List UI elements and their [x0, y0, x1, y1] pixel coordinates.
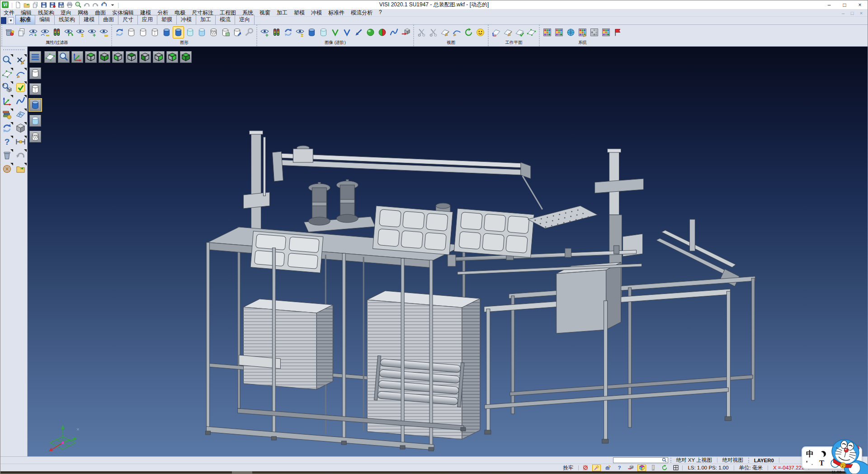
workplane-apply-button[interactable]: [514, 26, 525, 38]
ime-language-mode-button[interactable]: 中: [806, 449, 814, 459]
dock-drag-handle[interactable]: [3, 49, 24, 52]
ribbon-tab-1[interactable]: 编辑: [35, 15, 55, 24]
mdi-close-button[interactable]: ×: [857, 10, 866, 16]
dynamic-section-button[interactable]: [231, 26, 243, 38]
undo-gray-button[interactable]: [14, 149, 27, 161]
view-iso-button[interactable]: [166, 51, 178, 63]
menu-item-16[interactable]: 冲模: [308, 9, 325, 17]
hatch-mode-button[interactable]: [208, 26, 219, 38]
show-all-button[interactable]: +: [86, 26, 98, 38]
zoom-solids-button[interactable]: ±: [1, 81, 13, 94]
attribute-library-button[interactable]: [1, 109, 13, 121]
ribbon-tab-10[interactable]: 模流: [215, 15, 235, 24]
system-colors-button[interactable]: [553, 26, 565, 38]
menu-item-15[interactable]: 塑模: [291, 9, 308, 17]
help-button[interactable]: ?: [1, 136, 13, 148]
adv-shade-button[interactable]: [306, 26, 317, 38]
regenerate-button[interactable]: [1, 122, 13, 134]
menu-item-17[interactable]: 标准件: [325, 9, 348, 17]
ribbon-tab-3[interactable]: 建模: [79, 15, 99, 24]
restore-button[interactable]: □: [837, 0, 852, 9]
render-wireframe-button[interactable]: [29, 67, 41, 79]
adv-curvature-blue-button[interactable]: [341, 26, 353, 38]
render-shaded-button[interactable]: [29, 99, 41, 111]
view-back-button[interactable]: [126, 51, 137, 63]
selection-filters-button[interactable]: [51, 26, 62, 38]
status-grid-button[interactable]: [671, 465, 680, 471]
graphic-tools-button[interactable]: [243, 26, 255, 38]
system-palette-button[interactable]: [542, 26, 553, 38]
status-highlight-button[interactable]: [592, 465, 601, 471]
workplane-select-button[interactable]: [526, 26, 537, 38]
ribbon-tab-11[interactable]: 逆向: [235, 15, 255, 24]
open-file-button[interactable]: [22, 1, 31, 9]
view-bottom-button[interactable]: [99, 51, 110, 63]
adv-refresh-button[interactable]: [283, 26, 294, 38]
axonometric-button[interactable]: [71, 51, 83, 63]
tab-overflow-dropdown[interactable]: ▼: [8, 17, 14, 24]
menu-item-19[interactable]: ?: [376, 9, 385, 17]
ribbon-tab-7[interactable]: 塑膜: [157, 15, 177, 24]
clip-view-button[interactable]: [416, 26, 427, 38]
shaded-edges-mode-button[interactable]: [173, 26, 184, 38]
new-file-button[interactable]: [14, 1, 22, 9]
preview-button[interactable]: [74, 1, 82, 9]
section-view-button[interactable]: [428, 26, 439, 38]
close-button[interactable]: ×: [852, 0, 868, 9]
adv-curve-analysis-button[interactable]: [388, 26, 400, 38]
undo-button[interactable]: [82, 1, 91, 9]
adv-curvature-green-button[interactable]: [330, 26, 341, 38]
menu-item-14[interactable]: 加工: [274, 9, 291, 17]
window-layout-button[interactable]: [14, 109, 27, 121]
active-layer-label[interactable]: LAYER0: [751, 458, 777, 463]
view-shaded-iso-button[interactable]: [180, 51, 192, 63]
ime-period-button[interactable]: 。: [811, 460, 816, 466]
ribbon-tab-4[interactable]: 曲面: [99, 15, 118, 24]
save-as-button[interactable]: [48, 1, 57, 9]
status-rotate-button[interactable]: [660, 465, 669, 471]
adv-draft-pen-button[interactable]: [353, 26, 364, 38]
wcs-axes-button[interactable]: [1, 95, 13, 107]
transparent-mode-button[interactable]: [184, 26, 196, 38]
erase-entity-button[interactable]: [14, 54, 27, 66]
validate-button[interactable]: [14, 81, 27, 94]
view-mode-label[interactable]: 绝对视图: [720, 457, 746, 464]
mdi-minimize-button[interactable]: –: [839, 10, 848, 16]
toggle-visibility-button[interactable]: ±: [75, 26, 86, 38]
show-entities-button[interactable]: +: [28, 26, 39, 38]
plane-select-button[interactable]: [1, 68, 13, 80]
ribbon-tab-0[interactable]: 标准: [15, 15, 35, 24]
sketch-view-button[interactable]: [451, 26, 462, 38]
search-icon[interactable]: [662, 458, 667, 463]
status-layers-button[interactable]: [649, 465, 657, 471]
hidden-line-mode-button[interactable]: [149, 26, 160, 38]
curve-edit-button[interactable]: [14, 95, 27, 107]
hide-entities-button[interactable]: [39, 26, 51, 38]
navigation-wheel-button[interactable]: [1, 163, 13, 175]
system-flag-button[interactable]: [612, 26, 623, 38]
adv-show-button[interactable]: +: [259, 26, 270, 38]
adv-filters-button[interactable]: [271, 26, 282, 38]
render-hatch-button[interactable]: [29, 131, 41, 142]
mdi-child-icon[interactable]: [1, 17, 6, 24]
workplane-edit-button[interactable]: [502, 26, 514, 38]
render-options-button[interactable]: [220, 26, 231, 38]
render-shaded-edges-button[interactable]: [29, 115, 41, 127]
save-button[interactable]: [39, 1, 48, 9]
app-logo[interactable]: Vi: [2, 1, 9, 8]
view-front-button[interactable]: [112, 51, 124, 63]
system-gray-palette-button[interactable]: [589, 26, 600, 38]
render-hidden-line-button[interactable]: [29, 83, 41, 95]
view-top-button[interactable]: [85, 51, 97, 63]
copy-attributes-button[interactable]: [16, 26, 27, 38]
hide-all-button[interactable]: [98, 26, 109, 38]
system-environment-button[interactable]: [565, 26, 576, 38]
status-help-button[interactable]: ?: [615, 465, 623, 471]
status-shading-button[interactable]: [637, 465, 646, 471]
adv-transparency-button[interactable]: [318, 26, 329, 38]
redo-button[interactable]: [91, 1, 99, 9]
machine-assembly-3d-model[interactable]: [28, 47, 868, 456]
menu-item-18[interactable]: 模流分析: [348, 9, 376, 17]
system-settings-grid-button[interactable]: [600, 26, 612, 38]
status-forbid-button[interactable]: [581, 465, 590, 471]
